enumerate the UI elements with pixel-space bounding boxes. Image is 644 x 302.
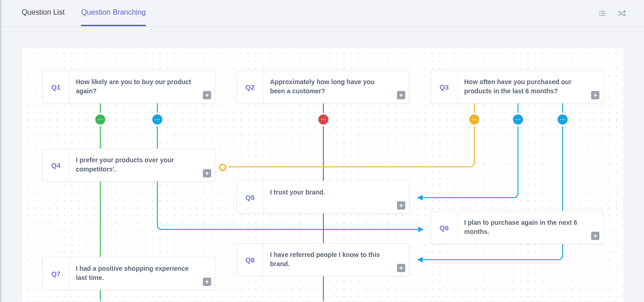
question-card-q5[interactable]: Q5 I trust your brand.+: [236, 181, 409, 214]
question-code: Q6: [431, 211, 458, 244]
question-card-q4[interactable]: Q4 I prefer your products over your comp…: [42, 148, 215, 182]
add-rule-button[interactable]: +: [397, 264, 405, 272]
add-rule-button[interactable]: +: [203, 91, 211, 99]
question-code: Q2: [237, 71, 264, 103]
header: Question List Question Branching: [1, 0, 644, 27]
question-text: Approximately how long have you been a c…: [264, 71, 409, 103]
add-rule-button[interactable]: +: [397, 201, 405, 210]
question-card-q8[interactable]: Q8 I have referred people I know to this…: [236, 243, 409, 276]
question-text: How often have you purchased our product…: [458, 71, 603, 103]
question-card-q6[interactable]: Q6 I plan to purchase again in the next …: [431, 211, 604, 244]
question-text: I prefer your products over your competi…: [69, 149, 215, 181]
branch-node[interactable]: [558, 114, 568, 125]
branch-port[interactable]: [219, 164, 226, 171]
tabs: Question List Question Branching: [22, 0, 146, 26]
add-rule-button[interactable]: +: [203, 278, 211, 286]
question-code: Q5: [237, 181, 264, 213]
question-card-q2[interactable]: Q2 Approximately how long have you been …: [236, 70, 409, 103]
question-code: Q7: [43, 257, 69, 290]
list-icon[interactable]: [598, 9, 606, 17]
question-text: I plan to purchase again in the next 6 m…: [458, 211, 603, 244]
branch-node[interactable]: [152, 114, 162, 125]
question-text: I have referred people I know to this br…: [264, 244, 409, 276]
tab-question-branching[interactable]: Question Branching: [81, 0, 146, 26]
question-code: Q8: [237, 244, 264, 276]
tab-question-list[interactable]: Question List: [22, 0, 64, 26]
question-code: Q3: [431, 71, 458, 103]
add-rule-button[interactable]: +: [203, 169, 211, 177]
question-card-q3[interactable]: Q3 How often have you purchased our prod…: [431, 70, 604, 103]
question-text: I had a positive shopping experience las…: [69, 257, 215, 290]
shuffle-icon[interactable]: [617, 9, 626, 17]
branch-node[interactable]: [95, 114, 105, 125]
question-text: How likely are you to buy our product ag…: [69, 71, 215, 103]
branch-node[interactable]: [469, 114, 479, 125]
branch-node[interactable]: [513, 114, 523, 125]
question-code: Q1: [43, 71, 69, 103]
question-card-q7[interactable]: Q7 I had a positive shopping experience …: [42, 257, 215, 290]
add-rule-button[interactable]: +: [591, 232, 599, 240]
question-code: Q4: [43, 149, 69, 181]
question-card-q1[interactable]: Q1 How likely are you to buy our product…: [42, 70, 215, 103]
question-text: I trust your brand.+: [264, 181, 409, 213]
branch-node[interactable]: [318, 114, 328, 125]
canvas[interactable]: Q1 How likely are you to buy our product…: [22, 48, 624, 302]
add-rule-button[interactable]: +: [397, 91, 405, 99]
header-actions: [598, 9, 626, 17]
add-rule-button[interactable]: +: [591, 91, 599, 99]
